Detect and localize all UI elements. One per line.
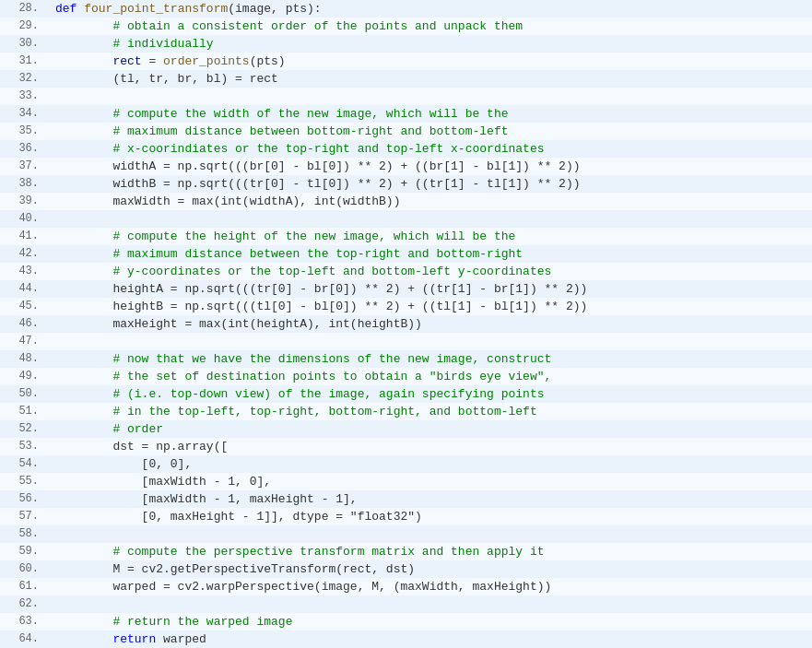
code-line: 33. <box>0 88 812 105</box>
code-line: 29. # obtain a consistent order of the p… <box>0 18 812 35</box>
line-content <box>48 333 812 350</box>
line-content: [0, maxHeight - 1]], dtype = "float32") <box>48 508 812 525</box>
line-number: 28. <box>0 0 48 18</box>
code-line: 40. <box>0 210 812 228</box>
line-content: warped = cv2.warpPerspective(image, M, (… <box>48 578 812 595</box>
line-number: 55. <box>0 473 48 490</box>
line-content: # maximum distance between bottom-right … <box>48 123 812 140</box>
line-number: 30. <box>0 35 48 53</box>
line-content: heightB = np.sqrt(((tl[0] - bl[0]) ** 2)… <box>48 298 812 315</box>
line-content: # order <box>48 420 812 438</box>
code-line: 42. # maximum distance between the top-r… <box>0 245 812 263</box>
line-number: 62. <box>0 595 48 613</box>
line-number: 48. <box>0 350 48 368</box>
line-content: # the set of destination points to obtai… <box>48 368 812 385</box>
line-number: 56. <box>0 490 48 508</box>
code-line: 45. heightB = np.sqrt(((tl[0] - bl[0]) *… <box>0 298 812 315</box>
line-number: 43. <box>0 263 48 280</box>
code-line: 53. dst = np.array([ <box>0 438 812 455</box>
line-number: 31. <box>0 53 48 70</box>
code-line: 50. # (i.e. top-down view) of the image,… <box>0 385 812 403</box>
code-line: 56. [maxWidth - 1, maxHeight - 1], <box>0 490 812 508</box>
line-number: 52. <box>0 420 48 438</box>
line-number: 59. <box>0 543 48 560</box>
line-number: 44. <box>0 280 48 298</box>
line-number: 32. <box>0 70 48 88</box>
code-line: 41. # compute the height of the new imag… <box>0 228 812 245</box>
line-content: def four_point_transform(image, pts): <box>48 0 812 18</box>
line-number: 36. <box>0 140 48 158</box>
line-content <box>48 595 812 613</box>
line-content: (tl, tr, br, bl) = rect <box>48 70 812 88</box>
code-line: 57. [0, maxHeight - 1]], dtype = "float3… <box>0 508 812 525</box>
line-number: 35. <box>0 123 48 140</box>
code-line: 55. [maxWidth - 1, 0], <box>0 473 812 490</box>
code-line: 46. maxHeight = max(int(heightA), int(he… <box>0 315 812 333</box>
line-content: # x-coorindiates or the top-right and to… <box>48 140 812 158</box>
line-number: 54. <box>0 455 48 473</box>
code-line: 58. <box>0 525 812 543</box>
code-line: 36. # x-coorindiates or the top-right an… <box>0 140 812 158</box>
line-content: # return the warped image <box>48 613 812 630</box>
line-content: # obtain a consistent order of the point… <box>48 18 812 35</box>
line-number: 34. <box>0 105 48 123</box>
code-line: 47. <box>0 333 812 350</box>
line-number: 40. <box>0 210 48 228</box>
code-line: 35. # maximum distance between bottom-ri… <box>0 123 812 140</box>
line-content: # y-coordinates or the top-left and bott… <box>48 263 812 280</box>
line-content: maxWidth = max(int(widthA), int(widthB)) <box>48 193 812 210</box>
line-content <box>48 525 812 543</box>
line-number: 58. <box>0 525 48 543</box>
line-number: 38. <box>0 175 48 193</box>
line-content: # in the top-left, top-right, bottom-rig… <box>48 403 812 420</box>
line-content: widthA = np.sqrt(((br[0] - bl[0]) ** 2) … <box>48 158 812 175</box>
code-line: 28.def four_point_transform(image, pts): <box>0 0 812 18</box>
code-line: 31. rect = order_points(pts) <box>0 53 812 70</box>
line-content: maxHeight = max(int(heightA), int(height… <box>48 315 812 333</box>
line-content: [0, 0], <box>48 455 812 473</box>
line-content: rect = order_points(pts) <box>48 53 812 70</box>
code-line: 43. # y-coordinates or the top-left and … <box>0 263 812 280</box>
line-content: [maxWidth - 1, 0], <box>48 473 812 490</box>
line-content: # compute the width of the new image, wh… <box>48 105 812 123</box>
line-number: 51. <box>0 403 48 420</box>
line-number: 53. <box>0 438 48 455</box>
line-content: # individually <box>48 35 812 53</box>
code-line: 30. # individually <box>0 35 812 53</box>
line-number: 61. <box>0 578 48 595</box>
line-number: 49. <box>0 368 48 385</box>
line-number: 29. <box>0 18 48 35</box>
code-line: 39. maxWidth = max(int(widthA), int(widt… <box>0 193 812 210</box>
line-number: 60. <box>0 560 48 578</box>
code-container: 28.def four_point_transform(image, pts):… <box>0 0 812 648</box>
line-number: 45. <box>0 298 48 315</box>
line-content: # compute the perspective transform matr… <box>48 543 812 560</box>
code-line: 63. # return the warped image <box>0 613 812 630</box>
line-content: M = cv2.getPerspectiveTransform(rect, ds… <box>48 560 812 578</box>
line-number: 33. <box>0 88 48 105</box>
line-number: 47. <box>0 333 48 350</box>
code-line: 54. [0, 0], <box>0 455 812 473</box>
line-number: 37. <box>0 158 48 175</box>
line-content: return warped <box>48 630 812 648</box>
code-line: 62. <box>0 595 812 613</box>
code-line: 37. widthA = np.sqrt(((br[0] - bl[0]) **… <box>0 158 812 175</box>
line-content: # maximum distance between the top-right… <box>48 245 812 263</box>
line-content <box>48 210 812 228</box>
line-number: 39. <box>0 193 48 210</box>
line-content: [maxWidth - 1, maxHeight - 1], <box>48 490 812 508</box>
code-line: 44. heightA = np.sqrt(((tr[0] - br[0]) *… <box>0 280 812 298</box>
line-content <box>48 88 812 105</box>
line-number: 41. <box>0 228 48 245</box>
code-line: 49. # the set of destination points to o… <box>0 368 812 385</box>
line-content: # (i.e. top-down view) of the image, aga… <box>48 385 812 403</box>
line-content: heightA = np.sqrt(((tr[0] - br[0]) ** 2)… <box>48 280 812 298</box>
line-number: 64. <box>0 630 48 648</box>
line-number: 57. <box>0 508 48 525</box>
code-line: 61. warped = cv2.warpPerspective(image, … <box>0 578 812 595</box>
code-line: 34. # compute the width of the new image… <box>0 105 812 123</box>
code-line: 60. M = cv2.getPerspectiveTransform(rect… <box>0 560 812 578</box>
code-line: 51. # in the top-left, top-right, bottom… <box>0 403 812 420</box>
line-content: # now that we have the dimensions of the… <box>48 350 812 368</box>
line-number: 50. <box>0 385 48 403</box>
